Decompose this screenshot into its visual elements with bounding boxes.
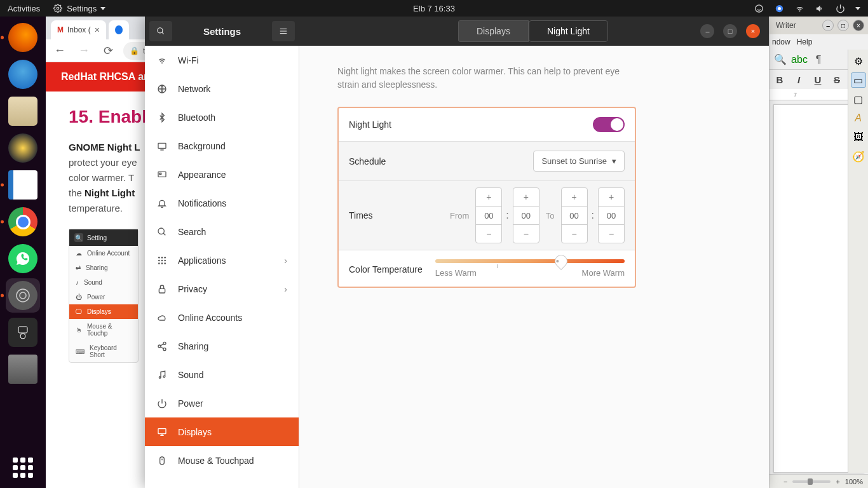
dock-rhythmbox[interactable] xyxy=(6,131,40,165)
find-icon[interactable]: 🔍 xyxy=(773,53,787,67)
chevron-down-icon: ▾ xyxy=(612,156,616,166)
slider-thumb[interactable] xyxy=(552,252,569,270)
power-icon[interactable] xyxy=(835,3,845,13)
reload-button[interactable]: ⟳ xyxy=(99,42,117,60)
pilcrow-icon[interactable]: ¶ xyxy=(811,53,825,67)
close-button[interactable]: × xyxy=(853,20,864,31)
sidebar-item-online-accounts[interactable]: Online Accounts xyxy=(145,303,299,332)
whatsapp-indicator-icon[interactable] xyxy=(754,3,764,13)
close-icon[interactable]: × xyxy=(95,25,100,35)
svg-point-26 xyxy=(158,262,160,264)
forward-button[interactable]: → xyxy=(75,42,93,60)
sidebar-item-network[interactable]: Network xyxy=(145,74,299,103)
menu-help[interactable]: Help xyxy=(797,37,813,46)
dock-settings[interactable] xyxy=(6,278,40,313)
chrome-indicator-icon[interactable] xyxy=(774,3,784,13)
sidebar-item-sound[interactable]: Sound xyxy=(145,360,299,389)
plus-icon[interactable]: + xyxy=(513,188,539,206)
svg-rect-7 xyxy=(18,327,27,333)
dock-whatsapp[interactable] xyxy=(6,241,40,276)
search-button[interactable] xyxy=(149,21,172,41)
side-page-icon[interactable]: ▭ xyxy=(851,72,866,88)
minus-icon[interactable]: − xyxy=(562,225,587,243)
schedule-dropdown[interactable]: Sunset to Sunrise ▾ xyxy=(533,151,625,172)
sidebar-item-applications[interactable]: Applications› xyxy=(145,246,299,274)
color-temp-slider[interactable] xyxy=(435,259,625,263)
activities-button[interactable]: Activities xyxy=(8,4,40,13)
minimize-button[interactable]: ‒ xyxy=(700,24,714,38)
browser-tab-inbox[interactable]: MInbox (× xyxy=(51,20,106,39)
sidebar-item-notifications[interactable]: Notifications xyxy=(145,189,299,217)
maximize-button[interactable]: □ xyxy=(723,24,737,38)
minimize-button[interactable]: ‒ xyxy=(822,20,834,31)
sidebar-item-privacy[interactable]: Privacy› xyxy=(145,274,299,303)
from-min-spinner[interactable]: +00− xyxy=(513,187,539,243)
sidebar-item-search[interactable]: Search xyxy=(145,217,299,246)
wifi-icon[interactable] xyxy=(794,3,804,13)
underline-button[interactable]: U xyxy=(811,74,824,85)
sidebar-item-sharing[interactable]: Sharing xyxy=(145,332,299,360)
app-menu[interactable]: Settings xyxy=(53,3,105,13)
to-hour-spinner[interactable]: +00− xyxy=(561,187,588,243)
display-icon xyxy=(156,426,168,438)
side-nav-icon[interactable]: 🧭 xyxy=(851,149,866,164)
chevron-right-icon: › xyxy=(284,255,287,266)
minus-icon[interactable]: − xyxy=(513,225,539,243)
dock-chrome[interactable] xyxy=(6,205,40,239)
plus-icon[interactable]: + xyxy=(476,188,501,206)
sidebar-item-background[interactable]: Background xyxy=(145,132,299,160)
menu-window[interactable]: ndow xyxy=(772,37,790,46)
system-menu-chevron-icon[interactable] xyxy=(855,7,860,10)
tab-night-light[interactable]: Night Light xyxy=(529,20,608,42)
dock-media[interactable] xyxy=(6,315,40,349)
browser-tab-2[interactable] xyxy=(109,20,129,39)
bold-button[interactable]: B xyxy=(773,74,786,85)
side-char-icon[interactable]: A xyxy=(851,111,866,126)
sidebar-item-displays[interactable]: Displays xyxy=(145,417,299,446)
minus-icon[interactable]: − xyxy=(599,225,624,243)
svg-point-9 xyxy=(158,28,163,33)
tab-displays[interactable]: Displays xyxy=(458,20,529,42)
plus-icon[interactable]: + xyxy=(562,188,587,206)
from-hour-spinner[interactable]: +00− xyxy=(475,187,502,243)
back-button[interactable]: ← xyxy=(51,42,69,60)
svg-point-3 xyxy=(778,7,781,10)
zoom-slider[interactable] xyxy=(792,480,831,483)
svg-point-24 xyxy=(161,259,163,261)
plus-icon[interactable]: + xyxy=(599,188,624,206)
volume-icon[interactable] xyxy=(815,3,825,13)
wifi-icon xyxy=(156,55,168,66)
strike-button[interactable]: S xyxy=(831,74,843,85)
sidebar-item-power[interactable]: Power xyxy=(145,389,299,417)
sidebar-label: Background xyxy=(178,141,226,151)
maximize-button[interactable]: □ xyxy=(837,20,849,31)
sidebar-item-appearance[interactable]: Appearance xyxy=(145,160,299,189)
minus-icon[interactable]: − xyxy=(476,225,501,243)
side-properties-icon[interactable]: ⚙ xyxy=(851,53,866,69)
dock-thunderbird[interactable] xyxy=(6,57,40,92)
sidebar-item-wifi[interactable]: Wi-Fi xyxy=(145,46,299,74)
sidebar-label: Power xyxy=(178,398,203,409)
cloud-icon xyxy=(156,312,168,323)
sidebar-item-bluetooth[interactable]: Bluetooth xyxy=(145,103,299,132)
side-gallery-icon[interactable]: 🖼 xyxy=(851,130,866,145)
to-min-spinner[interactable]: +00− xyxy=(598,187,625,243)
dock-sd[interactable] xyxy=(6,352,40,386)
zoom-in-button[interactable]: + xyxy=(836,478,839,485)
sidebar-item-mouse[interactable]: Mouse & Touchpad xyxy=(145,446,299,475)
hamburger-button[interactable] xyxy=(272,21,295,41)
spellcheck-icon[interactable]: abc xyxy=(792,53,806,67)
zoom-out-button[interactable]: − xyxy=(783,478,787,485)
night-light-toggle[interactable] xyxy=(593,117,625,132)
svg-rect-15 xyxy=(158,143,166,148)
close-button[interactable]: × xyxy=(746,24,760,38)
italic-button[interactable]: I xyxy=(792,74,805,85)
dock-files[interactable] xyxy=(6,94,40,128)
side-styles-icon[interactable]: ▢ xyxy=(851,92,866,107)
dock-firefox[interactable] xyxy=(6,20,40,55)
libre-menubar[interactable]: ndow Help xyxy=(770,34,868,50)
clock[interactable]: Elb 7 16:33 xyxy=(413,4,455,13)
show-applications[interactable] xyxy=(10,455,36,480)
dock-libreoffice[interactable] xyxy=(6,168,40,202)
dropdown-value: Sunset to Sunrise xyxy=(541,156,607,166)
